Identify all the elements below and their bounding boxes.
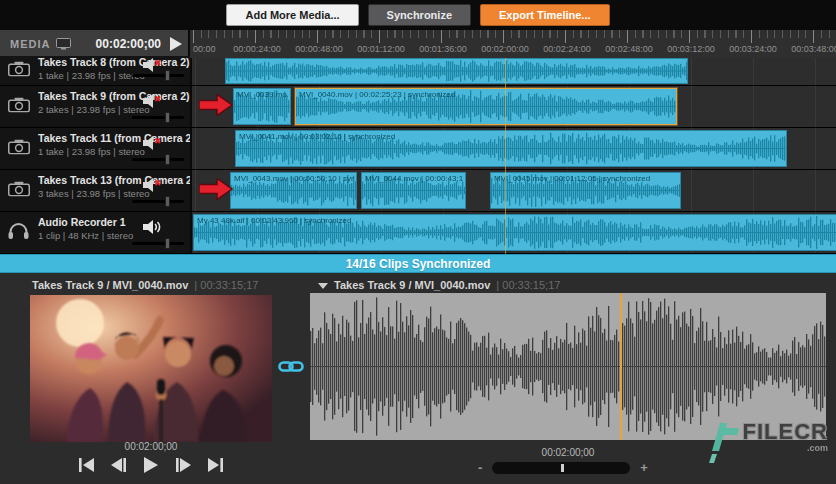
ruler-tick-label: 00:01:36:00 <box>419 44 467 54</box>
zoom-out-button[interactable]: - <box>478 461 482 474</box>
timeline-clip[interactable]: MVI_0039.mo... <box>233 88 291 125</box>
track-row-takes-8: Takes Track 8 (from Camera 2) 1 take | 2… <box>0 58 836 86</box>
video-preview-header[interactable]: Takes Track 9 / MVI_0040.mov| 00:33:15;1… <box>32 279 258 291</box>
mute-speaker-icon[interactable] <box>143 178 162 196</box>
filecr-watermark-text: FILECR .com <box>743 421 828 453</box>
mute-speaker-icon[interactable] <box>143 136 162 154</box>
track-lane-takes-8 <box>190 58 836 85</box>
volume-slider[interactable] <box>132 112 184 123</box>
transport-controls <box>30 457 272 473</box>
timeline-clip[interactable]: MVI_0043.mov | 00:00:50;10 | synchr <box>230 172 357 209</box>
ruler-tick-label: 00:02:24:00 <box>543 44 591 54</box>
ruler-tick-label: 00:01:12:00 <box>357 44 405 54</box>
export-timeline-button[interactable]: Export Timeline... <box>480 4 610 26</box>
timeline-clip[interactable]: MVI_0044.mov | 00:00:43;19 | s <box>361 172 466 209</box>
ruler-tick-label: 00:02:00:00 <box>481 44 529 54</box>
ruler-tick-label: 00:00 <box>193 44 216 54</box>
zoom-slider[interactable] <box>492 462 630 474</box>
media-label: MEDIA <box>10 38 50 50</box>
chevron-down-icon <box>318 283 328 289</box>
play-icon[interactable] <box>169 37 182 51</box>
step-forward-button[interactable] <box>176 458 191 472</box>
add-more-media-button[interactable]: Add More Media... <box>226 4 358 26</box>
mute-speaker-icon[interactable] <box>143 94 162 112</box>
track-row-takes-9: Takes Track 9 (from Camera 2) 2 takes | … <box>0 86 836 128</box>
video-player-timecode: 00:02:00;00 <box>30 441 272 452</box>
track-row-audio-recorder: Audio Recorder 1 1 clip | 48 KHz | stere… <box>0 212 836 254</box>
timeline-clip[interactable]: My 43 48k.aif | 00:02:43.960 | synchroni… <box>193 214 836 251</box>
track-name: Takes Track 11 (from Camera 2) <box>38 132 190 144</box>
timeline-tracks: Takes Track 8 (from Camera 2) 1 take | 2… <box>0 58 836 254</box>
timeline-clip[interactable]: MVI_0045.mov | 00:01:12;05 | synchronize… <box>490 172 681 209</box>
track-header-takes-11[interactable]: Takes Track 11 (from Camera 2) 1 take | … <box>0 128 190 169</box>
track-name: Takes Track 13 (from Camera 2) <box>38 174 190 186</box>
track-header-takes-8[interactable]: Takes Track 8 (from Camera 2) 1 take | 2… <box>0 56 190 85</box>
camera-icon <box>8 139 30 158</box>
waveform-preview-panel <box>310 293 826 440</box>
filecr-watermark: FILECR .com <box>705 421 828 463</box>
camera-icon <box>8 181 30 200</box>
timeline-clip-selected[interactable]: MVI_0040.mov | 00:02:25;23 | synchronize… <box>295 88 677 125</box>
skip-to-end-button[interactable] <box>208 458 223 472</box>
track-row-takes-13: Takes Track 13 (from Camera 2) 3 takes |… <box>0 170 836 212</box>
camera-icon <box>8 97 30 116</box>
sync-status-bar: 14/16 Clips Synchronized <box>0 254 836 273</box>
track-name: Takes Track 9 (from Camera 2) <box>38 90 190 102</box>
track-row-takes-11: Takes Track 11 (from Camera 2) 1 take | … <box>0 128 836 170</box>
sync-drift-arrow-icon[interactable] <box>199 94 233 120</box>
link-playback-icon[interactable] <box>278 359 304 378</box>
volume-slider[interactable] <box>132 196 184 207</box>
track-header-audio-recorder[interactable]: Audio Recorder 1 1 clip | 48 KHz | stere… <box>0 212 190 253</box>
track-header-takes-9[interactable]: Takes Track 9 (from Camera 2) 2 takes | … <box>0 86 190 127</box>
preview-section: Takes Track 9 / MVI_0040.mov| 00:33:15;1… <box>0 273 836 479</box>
ruler-tick-label: 00:02:48:00 <box>605 44 653 54</box>
zoom-in-button[interactable]: + <box>640 461 648 474</box>
top-toolbar: Add More Media... Synchronize Export Tim… <box>0 0 836 30</box>
waveform-playhead[interactable] <box>620 293 622 440</box>
volume-slider[interactable] <box>132 154 184 165</box>
volume-slider[interactable] <box>132 70 184 81</box>
headphones-icon <box>8 222 29 243</box>
timeline-clip[interactable] <box>225 58 688 84</box>
play-button[interactable] <box>143 457 159 473</box>
monitor-icon <box>56 38 71 50</box>
waveform-zoom-control: - + <box>478 461 648 474</box>
synchronize-button[interactable]: Synchronize <box>368 4 471 26</box>
ruler-tick-label: 00:03:12:00 <box>667 44 715 54</box>
timeline-header-row: MEDIA 00:02:00;00 00:0000:00:24:0000:00:… <box>0 30 836 58</box>
ruler-tick-label: 00:00:48:00 <box>295 44 343 54</box>
master-timecode: 00:02:00;00 <box>96 37 161 51</box>
video-preview <box>30 295 272 442</box>
skip-to-start-button[interactable] <box>79 458 94 472</box>
track-name: Takes Track 8 (from Camera 2) <box>38 56 190 68</box>
waveform-preview-header[interactable]: Takes Track 9 / MVI_0040.mov| 00:33:15;1… <box>318 279 560 291</box>
timeline-playhead[interactable] <box>505 58 506 254</box>
camera-icon <box>8 61 30 80</box>
track-lane-takes-11: MVI_0041.mov | 00:03:02;16 | synchronize… <box>190 128 836 169</box>
filecr-logo-icon <box>705 421 739 463</box>
sync-status-text: 14/16 Clips Synchronized <box>346 257 491 271</box>
zoom-slider-handle[interactable] <box>561 464 564 472</box>
pluraleyes-app-window: Add More Media... Synchronize Export Tim… <box>0 0 836 484</box>
ruler-tick-label: 00:00:24:00 <box>233 44 281 54</box>
ruler-tick-label: 00:03:24:00 <box>729 44 777 54</box>
track-lane-audio-recorder: My 43 48k.aif | 00:02:43.960 | synchroni… <box>190 212 836 253</box>
step-back-button[interactable] <box>111 458 126 472</box>
volume-slider[interactable] <box>132 238 184 249</box>
ruler-tick-label: 00:03:48:00 <box>791 44 836 54</box>
media-panel-header: MEDIA 00:02:00;00 <box>0 30 190 58</box>
sync-drift-arrow-icon[interactable] <box>199 178 233 204</box>
speaker-on-icon[interactable] <box>143 220 162 238</box>
filecr-watermark-domain: .com <box>743 444 828 453</box>
track-header-takes-13[interactable]: Takes Track 13 (from Camera 2) 3 takes |… <box>0 170 190 211</box>
track-name: Audio Recorder 1 <box>38 216 190 228</box>
track-lane-takes-13: MVI_0043.mov | 00:00:50;10 | synchr MVI_… <box>190 170 836 211</box>
timeline-clip[interactable]: MVI_0041.mov | 00:03:02;16 | synchronize… <box>235 130 787 167</box>
timeline-ruler[interactable]: 00:0000:00:24:0000:00:48:0000:01:12:0000… <box>190 30 836 58</box>
track-lane-takes-9: MVI_0039.mo... MVI_0040.mov | 00:02:25;2… <box>190 86 836 127</box>
